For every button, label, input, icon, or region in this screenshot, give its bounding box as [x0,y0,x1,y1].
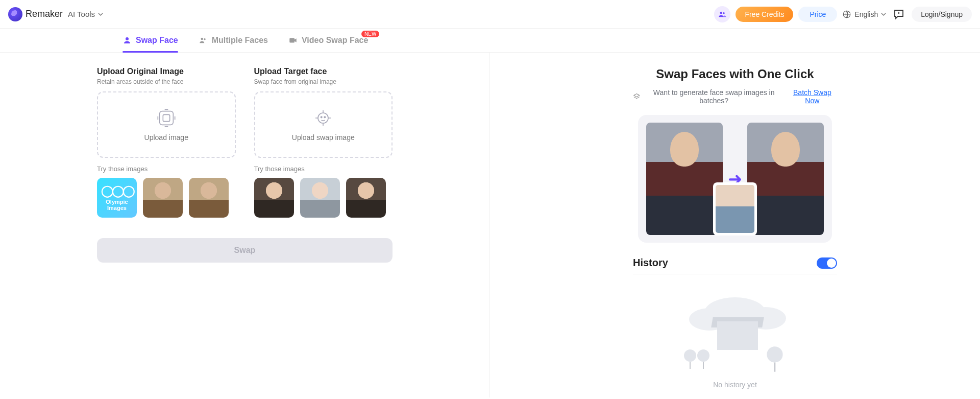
batch-hint-text: Want to generate face swap images in bat… [645,88,783,105]
header-left: Remaker AI Tools [8,7,103,21]
svg-rect-8 [163,114,169,121]
try-original-label: Try those images [97,165,236,173]
svg-point-9 [318,113,328,123]
history-title: History [633,257,668,269]
svg-point-4 [201,38,203,40]
upload-target-drop-label: Upload swap image [292,133,355,142]
language-label: English [854,10,878,18]
brand-logo[interactable]: Remaker [8,7,63,21]
svg-point-10 [321,116,323,118]
sample-olympic-images[interactable]: ◯◯◯ Olympic Images [97,178,137,218]
community-button[interactable] [714,6,730,22]
upload-original-dropzone[interactable]: Upload image [97,91,236,158]
history-toggle[interactable] [817,257,837,269]
demo-preview: ➜ [638,115,832,243]
output-title: Swap Faces with One Click [633,67,837,81]
history-row: History [633,257,837,269]
app-header: Remaker AI Tools Free Credits Price Engl… [0,0,980,29]
ai-tools-dropdown[interactable]: AI Tools [68,10,103,18]
history-divider [633,274,837,274]
upload-original-subtitle: Retain areas outside of the face [97,78,236,85]
upload-pane: Upload Original Image Retain areas outsi… [0,53,490,397]
login-signup-button[interactable]: Login/Signup [912,7,972,22]
video-icon [288,36,298,45]
feedback-bubble-icon [893,8,905,20]
logo-mark-icon [8,7,22,21]
mode-tabs: Swap Face Multiple Faces Video Swap Face… [0,29,980,53]
ai-tools-label: AI Tools [68,10,95,18]
sample-thumb-icon [254,178,294,218]
sample-original-2[interactable] [143,178,183,218]
free-credits-button[interactable]: Free Credits [736,7,793,22]
header-right: Free Credits Price English Login/Signup [714,6,972,22]
feedback-button[interactable] [891,7,906,22]
svg-point-3 [126,37,129,40]
uploads-row: Upload Original Image Retain areas outsi… [97,67,393,218]
upload-target-section: Upload Target face Swap face from origin… [254,67,393,218]
globe-icon [842,10,851,19]
swap-button-label: Swap [234,246,256,254]
people-icon [718,10,727,19]
sample-target-1[interactable] [254,178,294,218]
tab-multiple-faces[interactable]: Multiple Faces [199,36,268,52]
svg-point-11 [324,116,326,118]
olympic-rings-icon: ◯◯◯ [101,184,133,198]
upload-original-title: Upload Original Image [97,67,236,76]
people-icon [199,36,208,45]
sample-thumb-icon [346,178,386,218]
sample-thumb-icon [300,178,340,218]
tab-video-swap-face[interactable]: Video Swap Face NEW [288,36,368,52]
sample-original-3[interactable] [189,178,229,218]
price-label: Price [810,10,826,18]
upload-image-icon [156,108,177,128]
sample-target-2[interactable] [300,178,340,218]
brand-name: Remaker [26,9,63,19]
original-samples: ◯◯◯ Olympic Images [97,178,236,218]
svg-point-0 [720,11,723,14]
chevron-down-icon [98,12,103,17]
batch-swap-link[interactable]: Batch Swap Now [788,88,837,105]
tab-multiple-faces-label: Multiple Faces [212,36,268,45]
upload-original-section: Upload Original Image Retain areas outsi… [97,67,236,218]
swap-button[interactable]: Swap [97,238,393,263]
sample-thumb-icon [143,178,183,218]
history-empty-state: No history yet [633,295,837,389]
svg-point-1 [723,12,725,14]
target-samples [254,178,393,218]
tab-swap-face[interactable]: Swap Face [122,36,178,52]
free-credits-label: Free Credits [745,10,784,18]
tab-video-swap-face-label: Video Swap Face [302,36,368,45]
upload-original-drop-label: Upload image [144,133,188,142]
chevron-down-icon [881,12,886,17]
person-icon [122,36,132,45]
login-label: Login/Signup [921,10,963,18]
demo-after-image [747,123,824,235]
price-button[interactable]: Price [798,7,837,22]
new-badge: NEW [361,31,379,37]
svg-point-5 [204,38,206,40]
upload-face-icon [313,108,333,128]
sample-target-3[interactable] [346,178,386,218]
demo-face-inset [713,182,757,236]
empty-illustration-icon [669,295,801,371]
output-pane: Swap Faces with One Click Want to genera… [490,53,980,397]
try-target-label: Try those images [254,165,393,173]
empty-state-text: No history yet [713,381,757,389]
svg-rect-7 [159,111,173,125]
sample-olympic-label: Olympic Images [97,199,137,211]
upload-target-title: Upload Target face [254,67,393,76]
tab-swap-face-label: Swap Face [136,36,178,45]
upload-target-subtitle: Swap face from original image [254,78,393,85]
batch-hint: Want to generate face swap images in bat… [633,88,837,105]
upload-target-dropzone[interactable]: Upload swap image [254,91,393,158]
svg-rect-6 [289,38,295,43]
language-switcher[interactable]: English [842,10,886,19]
demo-before-image [646,123,723,235]
main-content: Upload Original Image Retain areas outsi… [0,53,980,397]
sample-thumb-icon [189,178,229,218]
layers-icon [633,92,641,101]
